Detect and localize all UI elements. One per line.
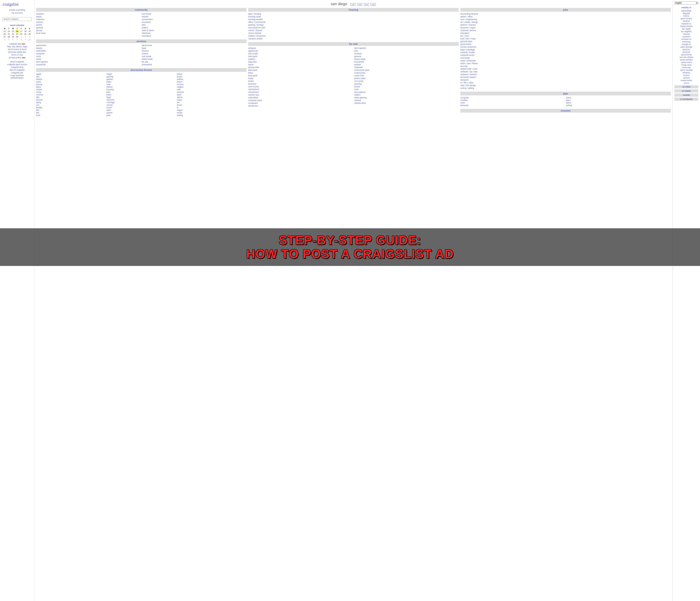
list-item[interactable]: customer service: [460, 29, 671, 32]
list-item[interactable]: baby+kid: [248, 61, 353, 63]
list-item[interactable]: garden: [106, 78, 176, 80]
list-item[interactable]: barter: [248, 64, 353, 66]
list-item[interactable]: motorcycles: [354, 72, 459, 74]
list-item[interactable]: jobs: [106, 91, 176, 93]
list-item[interactable]: legal: [106, 96, 176, 98]
list-item[interactable]: writing: [177, 114, 247, 117]
list-item[interactable]: clothes+acc: [248, 94, 353, 96]
list-item[interactable]: tv / film / video: [460, 81, 671, 84]
list-item[interactable]: childcare: [36, 18, 141, 21]
list-item[interactable]: bikes: [248, 72, 353, 74]
nearby-item[interactable]: sierra nevada: [674, 69, 698, 71]
blog-link[interactable]: craigslist blog: [3, 66, 32, 68]
list-item[interactable]: housing: [106, 88, 176, 91]
nearby-item[interactable]: fresno: [674, 15, 698, 17]
list-item[interactable]: computer parts: [248, 99, 353, 102]
us-cities-header[interactable]: us cities: [674, 85, 698, 88]
list-item[interactable]: computer: [36, 52, 141, 55]
list-item[interactable]: salon / spa / fitness: [460, 62, 671, 65]
list-item[interactable]: sporting: [354, 83, 459, 85]
cal-day[interactable]: 2: [23, 35, 27, 38]
cal-day[interactable]: 6: [11, 38, 15, 41]
personal-safety-link[interactable]: personal safety tips: [3, 51, 32, 53]
list-item[interactable]: lessons: [142, 50, 247, 52]
language-select[interactable]: english: [674, 1, 698, 4]
list-item[interactable]: divorce: [36, 99, 106, 101]
list-item[interactable]: rooms wanted: [248, 32, 459, 34]
list-item[interactable]: general: [354, 55, 459, 57]
list-item[interactable]: medical / health: [460, 51, 671, 54]
list-item[interactable]: marriage: [106, 101, 176, 104]
list-item[interactable]: arts+crafts: [248, 52, 353, 55]
list-item[interactable]: events: [36, 24, 141, 26]
list-item[interactable]: appliances: [248, 50, 353, 52]
list-item[interactable]: business: [248, 83, 353, 85]
list-item[interactable]: auto parts: [248, 55, 353, 57]
cal-day[interactable]: 13: [3, 30, 7, 33]
cal-day[interactable]: 8: [19, 38, 23, 41]
cal-day[interactable]: 30: [15, 35, 19, 38]
list-item[interactable]: music: [106, 106, 176, 109]
list-item[interactable]: cell/mobile: [36, 50, 141, 52]
list-item[interactable]: video gaming: [354, 96, 459, 99]
cal-day[interactable]: 19: [27, 30, 32, 33]
list-item[interactable]: jokes: [106, 94, 176, 96]
list-item[interactable]: systems / network: [460, 73, 671, 76]
list-item[interactable]: connections: [142, 18, 247, 21]
nearby-item[interactable]: gold country: [674, 17, 698, 20]
cal-day[interactable]: 5: [7, 38, 11, 41]
nsd-link[interactable]: nsd: [357, 3, 362, 6]
list-item[interactable]: beauty: [36, 47, 141, 49]
list-item[interactable]: rofo: [177, 88, 247, 91]
list-item[interactable]: marine: [142, 52, 247, 55]
list-item[interactable]: transport: [460, 79, 671, 81]
list-item[interactable]: dying: [36, 101, 106, 104]
cal-day[interactable]: 14: [7, 30, 11, 33]
list-item[interactable]: real estate: [460, 57, 671, 59]
list-item[interactable]: eco: [36, 104, 106, 106]
cal-day[interactable]: 4: [3, 38, 7, 41]
list-item[interactable]: skilled trade / craft: [460, 68, 671, 70]
list-item[interactable]: technical support: [460, 76, 671, 78]
nearby-item[interactable]: monterey: [674, 41, 698, 43]
nearby-item[interactable]: san luis obispo: [674, 56, 698, 58]
nearby-item[interactable]: yuma: [674, 82, 698, 84]
nearby-item[interactable]: stockton: [674, 72, 698, 74]
cal-day[interactable]: 20: [3, 33, 7, 35]
search-input[interactable]: [3, 17, 32, 21]
list-item[interactable]: government: [460, 43, 671, 45]
nearby-item[interactable]: visalia-tulare: [674, 79, 698, 82]
list-item[interactable]: art / media / design: [460, 21, 671, 23]
nearby-item[interactable]: show low: [674, 66, 698, 69]
nearby-item[interactable]: modesto: [674, 35, 698, 38]
list-item[interactable]: apts / housing: [248, 13, 459, 15]
cal-day[interactable]: 26: [27, 33, 32, 35]
list-item[interactable]: biotech / science: [460, 24, 671, 26]
list-item[interactable]: rideshare: [142, 32, 247, 34]
list-item[interactable]: tax: [177, 101, 247, 104]
list-item[interactable]: business / mgmt: [460, 26, 671, 29]
list-item[interactable]: celebs: [36, 88, 106, 91]
list-item[interactable]: arch / engineering: [460, 18, 671, 21]
list-item[interactable]: food: [36, 114, 106, 117]
list-item[interactable]: housing wanted: [248, 18, 459, 21]
list-item[interactable]: domestic: [460, 104, 565, 106]
list-item[interactable]: history: [106, 86, 176, 88]
us-states-header[interactable]: us states: [674, 89, 698, 93]
list-item[interactable]: furniture: [354, 52, 459, 55]
cal-day[interactable]: 1: [19, 35, 23, 38]
list-item[interactable]: heavy equip: [354, 58, 459, 61]
list-item[interactable]: vegan: [177, 109, 247, 112]
list-item[interactable]: skilled trade: [142, 58, 247, 61]
list-item[interactable]: spirit: [177, 94, 247, 96]
nearby-item[interactable]: phoenix: [674, 48, 698, 51]
list-item[interactable]: bike parts: [248, 69, 353, 71]
list-item[interactable]: toys+games: [354, 91, 459, 93]
nearby-item[interactable]: las vegas: [674, 28, 698, 30]
list-item[interactable]: vacation rentals: [248, 38, 459, 40]
nearby-item[interactable]: mohave co: [674, 38, 698, 41]
my-account-link[interactable]: my account: [3, 11, 32, 14]
esd-link[interactable]: esd: [364, 3, 369, 6]
list-item[interactable]: food / bev / hosp: [460, 38, 671, 40]
list-item[interactable]: apple: [36, 73, 106, 75]
